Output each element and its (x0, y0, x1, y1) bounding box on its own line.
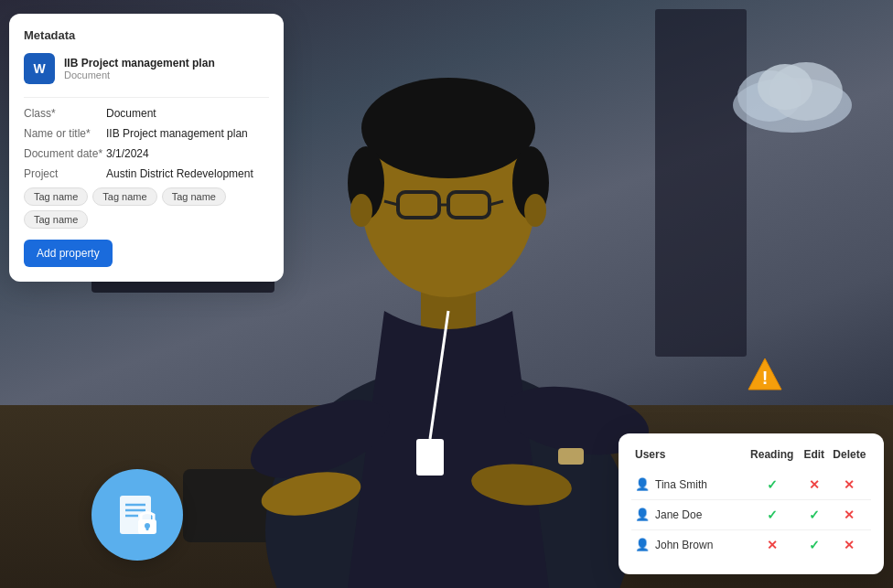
label-date: Document date* (24, 147, 106, 160)
svg-rect-14 (558, 448, 584, 465)
svg-point-23 (758, 64, 812, 110)
warning-icon: ! (747, 357, 783, 400)
col-header-edit: Edit (801, 448, 828, 470)
value-name: IIB Project management plan (106, 127, 248, 140)
field-project: Project Austin District Redevelopment (24, 167, 269, 180)
field-date: Document date* 3/1/2024 (24, 147, 269, 160)
reading-jane: ✓ (744, 500, 801, 530)
tag-3[interactable]: Tag name (162, 187, 226, 206)
file-type: Document (64, 69, 215, 80)
table-header-row: Users Reading Edit Delete (631, 448, 871, 470)
col-header-reading: Reading (744, 448, 801, 470)
svg-rect-32 (145, 527, 148, 530)
col-header-delete: Delete (828, 448, 871, 470)
tags-container: Tag name Tag name Tag name Tag name (24, 187, 269, 229)
lock-icon-circle (91, 469, 183, 561)
user-cell-jane: 👤 Jane Doe (631, 500, 744, 530)
metadata-card-title: Metadata (24, 28, 269, 42)
divider (24, 97, 269, 98)
table-row: 👤 Tina Smith ✓ ✕ ✕ (631, 470, 871, 500)
file-name: IIB Project management plan (64, 57, 215, 69)
metadata-card: Metadata W IIB Project management plan D… (9, 14, 284, 282)
value-date: 3/1/2024 (106, 147, 149, 160)
svg-point-15 (361, 78, 535, 178)
tag-1[interactable]: Tag name (24, 187, 88, 206)
reading-john: ✕ (744, 530, 801, 561)
svg-point-18 (350, 194, 372, 227)
edit-john: ✓ (801, 530, 828, 561)
user-icon-john: 👤 (635, 538, 650, 552)
value-class: Document (106, 107, 156, 120)
user-cell-john: 👤 John Brown (631, 530, 744, 561)
cloud-decoration (728, 50, 856, 136)
file-icon: W (24, 53, 55, 84)
field-name: Name or title* IIB Project management pl… (24, 127, 269, 140)
delete-tina: ✕ (828, 470, 871, 500)
table-row: 👤 Jane Doe ✓ ✓ ✕ (631, 500, 871, 530)
edit-jane: ✓ (801, 500, 828, 530)
label-class: Class* (24, 107, 106, 120)
user-icon-jane: 👤 (635, 508, 650, 522)
delete-john: ✕ (828, 530, 871, 561)
label-name: Name or title* (24, 127, 106, 140)
user-name-tina: Tina Smith (655, 478, 707, 491)
permissions-card: Users Reading Edit Delete 👤 Tina Smith ✓… (619, 433, 884, 574)
file-info: IIB Project management plan Document (64, 57, 215, 80)
file-header-row: W IIB Project management plan Document (24, 53, 269, 84)
label-project: Project (24, 167, 106, 180)
tag-2[interactable]: Tag name (92, 187, 156, 206)
user-cell-tina: 👤 Tina Smith (631, 470, 744, 500)
lock-icon (113, 490, 163, 540)
reading-tina: ✓ (744, 470, 801, 500)
value-project: Austin District Redevelopment (106, 167, 253, 180)
permissions-table: Users Reading Edit Delete 👤 Tina Smith ✓… (631, 448, 871, 560)
user-icon-tina: 👤 (635, 477, 650, 492)
svg-rect-9 (416, 439, 444, 476)
tag-4[interactable]: Tag name (24, 210, 88, 229)
edit-tina: ✕ (801, 470, 828, 500)
user-name-jane: Jane Doe (655, 508, 702, 521)
svg-text:!: ! (762, 368, 769, 388)
svg-point-19 (524, 194, 546, 227)
user-name-john: John Brown (655, 539, 713, 551)
table-row: 👤 John Brown ✕ ✓ ✕ (631, 530, 871, 561)
add-property-button[interactable]: Add property (24, 240, 113, 267)
field-class: Class* Document (24, 107, 269, 120)
delete-jane: ✕ (828, 500, 871, 530)
col-header-users: Users (631, 448, 744, 470)
